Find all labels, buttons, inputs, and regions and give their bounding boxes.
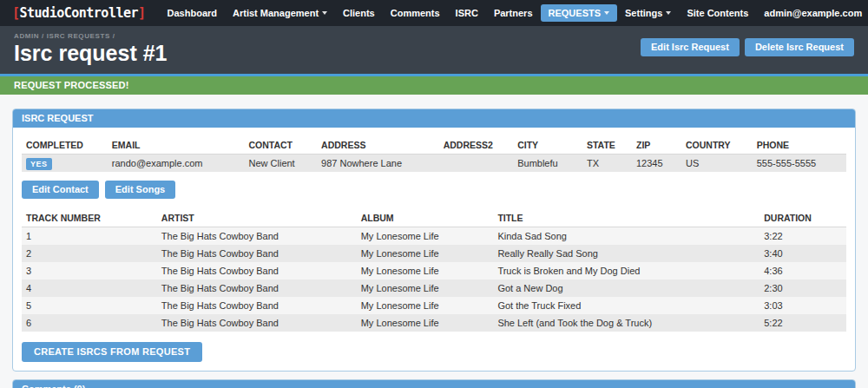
track-cell-duration: 3:40 — [760, 245, 846, 262]
page-header: ADMIN / ISRC REQUESTS / Isrc request #1 … — [0, 26, 868, 76]
track-cell-number: 4 — [22, 279, 157, 297]
contact-col-email: EMAIL — [108, 136, 245, 155]
nav-right: admin@example.comLogout — [756, 4, 868, 22]
contact-cell-city: Bumblefu — [513, 154, 582, 172]
track-cell-number: 5 — [22, 297, 157, 314]
tracks-table-header-row: TRACK NUMBERARTISTALBUMTITLEDURATION — [22, 209, 846, 227]
isrc-request-panel: ISRC REQUEST COMPLETEDEMAILCONTACTADDRES… — [12, 109, 856, 372]
header-buttons: Edit Isrc Request Delete Isrc Request — [641, 38, 854, 56]
contact-cell-zip: 12345 — [632, 154, 681, 172]
contact-actions: Edit Contact Edit Songs — [22, 181, 846, 199]
track-cell-album: My Lonesome Life — [357, 314, 494, 332]
track-row: 3The Big Hats Cowboy BandMy Lonesome Lif… — [22, 262, 846, 279]
tracks-table-body: 1The Big Hats Cowboy BandMy Lonesome Lif… — [22, 227, 846, 332]
track-cell-title: Got a New Dog — [493, 279, 760, 297]
breadcrumb-link-admin[interactable]: ADMIN — [14, 32, 39, 40]
edit-songs-button[interactable]: Edit Songs — [105, 181, 175, 199]
track-row: 2The Big Hats Cowboy BandMy Lonesome Lif… — [22, 245, 846, 262]
tracks-col-album: ALBUM — [357, 209, 494, 227]
top-navbar: [StudioController] DashboardArtist Manag… — [0, 0, 868, 26]
chevron-down-icon — [666, 11, 671, 15]
contact-col-address2: ADDRESS2 — [439, 136, 514, 155]
nav-item-partners[interactable]: Partners — [486, 4, 541, 22]
track-cell-album: My Lonesome Life — [357, 262, 494, 279]
track-cell-number: 3 — [22, 262, 157, 279]
contact-col-completed: COMPLETED — [22, 136, 108, 155]
main-nav: DashboardArtist ManagementClientsComment… — [160, 4, 757, 22]
contact-cell-address: 987 Nowhere Lane — [317, 154, 439, 172]
breadcrumb-link-isrc-requests[interactable]: ISRC REQUESTS — [47, 32, 110, 40]
logo-left-bracket: [ — [12, 5, 20, 21]
contact-cell-contact: New Client — [244, 154, 317, 172]
contact-col-address: ADDRESS — [317, 136, 439, 155]
edit-contact-button[interactable]: Edit Contact — [22, 181, 99, 199]
track-cell-artist: The Big Hats Cowboy Band — [157, 262, 357, 279]
create-isrcs-button[interactable]: CREATE ISRCS FROM REQUEST — [22, 342, 202, 362]
track-cell-duration: 2:30 — [760, 279, 846, 297]
contact-col-phone: PHONE — [753, 136, 846, 155]
track-cell-album: My Lonesome Life — [357, 245, 494, 262]
nav-item-admin-example-com[interactable]: admin@example.com — [756, 4, 868, 22]
comments-panel-header: Comments (0) — [13, 380, 855, 388]
track-row: 4The Big Hats Cowboy BandMy Lonesome Lif… — [22, 279, 846, 297]
track-cell-duration: 3:22 — [760, 227, 846, 245]
track-cell-number: 6 — [22, 314, 157, 332]
tracks-col-duration: DURATION — [760, 209, 846, 227]
contact-table: COMPLETEDEMAILCONTACTADDRESSADDRESS2CITY… — [22, 136, 846, 172]
tracks-table: TRACK NUMBERARTISTALBUMTITLEDURATION 1Th… — [22, 209, 846, 332]
track-row: 6The Big Hats Cowboy BandMy Lonesome Lif… — [22, 314, 846, 332]
track-cell-title: Got the Truck Fixed — [493, 297, 760, 314]
track-cell-artist: The Big Hats Cowboy Band — [157, 245, 357, 262]
track-cell-album: My Lonesome Life — [357, 297, 494, 314]
app-logo[interactable]: [StudioController] — [12, 5, 146, 21]
tracks-col-track-number: TRACK NUMBER — [22, 209, 157, 227]
delete-isrc-request-button[interactable]: Delete Isrc Request — [745, 38, 854, 56]
contact-table-row: YESrando@example.comNew Client987 Nowher… — [22, 154, 846, 172]
track-cell-duration: 3:03 — [760, 297, 846, 314]
track-row: 1The Big Hats Cowboy BandMy Lonesome Lif… — [22, 227, 846, 245]
track-cell-album: My Lonesome Life — [357, 279, 494, 297]
contact-cell-completed: YES — [22, 154, 108, 172]
nav-item-comments[interactable]: Comments — [383, 4, 448, 22]
track-cell-title: Truck is Broken and My Dog Died — [493, 262, 760, 279]
tracks-col-title: TITLE — [493, 209, 760, 227]
track-cell-artist: The Big Hats Cowboy Band — [157, 279, 357, 297]
nav-item-site-contents[interactable]: Site Contents — [679, 4, 756, 22]
contact-col-zip: ZIP — [632, 136, 681, 155]
nav-item-artist-management[interactable]: Artist Management — [225, 4, 335, 22]
contact-cell-country: US — [681, 154, 753, 172]
track-cell-title: Kinda Sad Song — [493, 227, 760, 245]
track-cell-artist: The Big Hats Cowboy Band — [157, 227, 357, 245]
nav-item-dashboard[interactable]: Dashboard — [160, 4, 225, 22]
nav-item-settings[interactable]: Settings — [617, 4, 679, 22]
nav-item-clients[interactable]: Clients — [335, 4, 383, 22]
edit-isrc-request-button[interactable]: Edit Isrc Request — [641, 38, 740, 56]
contact-col-contact: CONTACT — [244, 136, 317, 155]
contact-cell-state: TX — [582, 154, 632, 172]
contact-col-country: COUNTRY — [681, 136, 753, 155]
track-cell-number: 2 — [22, 245, 157, 262]
completed-badge: YES — [26, 158, 52, 170]
track-cell-title: She Left (and Took the Dog & Truck) — [493, 314, 760, 332]
contact-cell-phone: 555-555-5555 — [753, 154, 846, 172]
contact-cell-email: rando@example.com — [108, 154, 245, 172]
nav-item-isrc[interactable]: ISRC — [448, 4, 486, 22]
track-cell-artist: The Big Hats Cowboy Band — [157, 297, 357, 314]
success-alert: REQUEST PROCESSED! — [0, 76, 868, 95]
logo-right-bracket: ] — [138, 5, 146, 21]
tracks-col-artist: ARTIST — [157, 209, 357, 227]
main-content: ISRC REQUEST COMPLETEDEMAILCONTACTADDRES… — [0, 95, 868, 388]
chevron-down-icon — [604, 11, 609, 15]
track-cell-duration: 4:36 — [760, 262, 846, 279]
nav-item-requests[interactable]: REQUESTS — [541, 4, 618, 22]
track-cell-title: Really Really Sad Song — [493, 245, 760, 262]
track-cell-number: 1 — [22, 227, 157, 245]
isrc-request-panel-header: ISRC REQUEST — [13, 109, 855, 128]
track-cell-artist: The Big Hats Cowboy Band — [157, 314, 357, 332]
chevron-down-icon — [322, 11, 327, 15]
track-cell-album: My Lonesome Life — [357, 227, 494, 245]
contact-cell-address2 — [439, 154, 514, 172]
contact-col-state: STATE — [582, 136, 632, 155]
track-row: 5The Big Hats Cowboy BandMy Lonesome Lif… — [22, 297, 846, 314]
logo-text: StudioController — [20, 5, 139, 21]
